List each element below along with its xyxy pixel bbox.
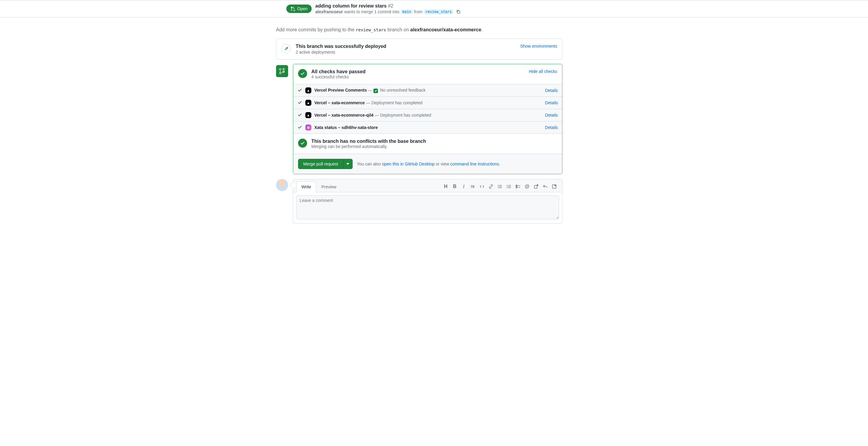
check-text: Vercel Preview Comments — No unresolved … (314, 88, 542, 93)
check-success-icon (298, 100, 302, 106)
checks-title: All checks have passed (311, 69, 366, 74)
check-item: ▲Vercel – xata-ecommerce-qil4 — Deployme… (293, 109, 562, 122)
merge-help-text: You can also open this in GitHub Desktop… (357, 162, 500, 166)
svg-rect-0 (458, 11, 460, 13)
check-text: Vercel – xata-ecommerce-qil4 — Deploymen… (314, 113, 542, 118)
svg-point-4 (498, 187, 498, 188)
details-link[interactable]: Details (545, 113, 558, 118)
user-avatar[interactable] (276, 179, 288, 191)
checks-header: All checks have passed 4 successful chec… (293, 64, 562, 84)
pr-author: alexfrancoeur (315, 9, 343, 14)
svg-rect-5 (499, 185, 502, 185)
merge-button-group: Merge pull request (298, 159, 352, 169)
caret-down-icon (346, 163, 349, 165)
check-item: ▲Vercel – xata-ecommerce — Deployment ha… (293, 97, 562, 109)
check-success-icon (298, 88, 302, 93)
reply-icon[interactable] (543, 184, 548, 189)
ol-icon[interactable]: 123 (507, 184, 512, 189)
mention-icon[interactable]: @ (525, 184, 530, 189)
pr-state-badge: Open (286, 4, 312, 13)
compare-branch[interactable]: review_stars (424, 9, 454, 14)
bold-icon[interactable]: B (453, 184, 457, 189)
svg-point-2 (498, 185, 498, 186)
push-help-text: Add more commits by pushing to the revie… (276, 27, 562, 33)
comment-box: Write Preview H B I 123 @ (293, 179, 562, 224)
svg-rect-12 (508, 186, 511, 187)
check-text: Vercel – xata-ecommerce — Deployment has… (314, 100, 542, 105)
conflicts-section: This branch has no conflicts with the ba… (293, 133, 562, 154)
deploy-sub: 2 active deployments (296, 50, 386, 55)
svg-rect-6 (499, 186, 502, 187)
comment-tabs: Write Preview H B I 123 @ (293, 179, 562, 192)
details-link[interactable]: Details (545, 100, 558, 105)
write-tab[interactable]: Write (296, 181, 316, 192)
italic-icon[interactable]: I (461, 184, 466, 189)
check-item: ✿Xata status – sdh6hv-xata-storeDetails (293, 122, 562, 133)
conflicts-sub: Merging can be performed automatically. (311, 144, 426, 149)
svg-rect-11 (508, 185, 511, 185)
svg-rect-7 (499, 187, 502, 188)
open-desktop-link[interactable]: open this in GitHub Desktop (382, 162, 435, 166)
check-success-icon (298, 125, 302, 130)
ul-icon[interactable] (498, 184, 502, 189)
vercel-icon: ▲ (305, 87, 311, 93)
checks-sub: 4 successful checks (311, 74, 366, 79)
cross-reference-icon[interactable] (534, 184, 538, 189)
cli-instructions-link[interactable]: command line instructions (450, 162, 499, 166)
base-branch[interactable]: main (401, 9, 413, 14)
heading-icon[interactable]: H (443, 184, 448, 189)
check-item: ▲Vercel Preview Comments — No unresolved… (293, 84, 562, 97)
pr-sticky-header: Open adding column for review stars #2 a… (0, 0, 868, 18)
git-pull-request-icon (290, 6, 296, 11)
state-label: Open (297, 6, 307, 11)
quote-icon[interactable] (470, 184, 475, 189)
markdown-toolbar: H B I 123 @ (443, 184, 559, 189)
details-link[interactable]: Details (545, 88, 558, 93)
merge-status-box: All checks have passed 4 successful chec… (293, 64, 562, 174)
hide-checks-link[interactable]: Hide all checks (529, 69, 557, 74)
details-link[interactable]: Details (545, 125, 558, 130)
svg-point-1 (287, 47, 287, 48)
svg-point-3 (498, 186, 498, 187)
deploy-title: This branch was successfully deployed (296, 44, 386, 49)
preview-tab[interactable]: Preview (316, 181, 341, 192)
comment-textarea[interactable] (296, 195, 559, 219)
pr-title: adding column for review stars #2 (315, 3, 461, 9)
pr-number: #2 (388, 3, 393, 8)
link-icon[interactable] (489, 184, 493, 189)
svg-rect-15 (516, 187, 517, 188)
check-badge-icon (298, 69, 307, 78)
check-success-icon (298, 113, 302, 118)
checks-list: ▲Vercel Preview Comments — No unresolved… (293, 84, 562, 133)
xata-icon: ✿ (305, 124, 311, 130)
deployment-box: This branch was successfully deployed 2 … (276, 39, 562, 60)
vercel-icon: ▲ (305, 112, 311, 118)
pr-branch-line: alexfrancoeur wants to merge 1 commit in… (315, 9, 461, 14)
code-icon[interactable] (479, 184, 484, 189)
merge-pull-request-button[interactable]: Merge pull request (298, 159, 343, 169)
vercel-icon: ▲ (305, 100, 311, 106)
tasklist-icon[interactable] (516, 184, 521, 189)
rocket-icon (281, 44, 291, 53)
check-badge-icon (298, 139, 307, 148)
merge-footer: Merge pull request You can also open thi… (293, 154, 562, 174)
merge-timeline-icon (276, 65, 288, 77)
svg-text:3: 3 (507, 187, 508, 189)
merge-options-dropdown[interactable] (343, 159, 352, 169)
copy-icon[interactable] (456, 9, 461, 14)
comment-row: Write Preview H B I 123 @ (276, 179, 562, 224)
resolved-check-icon (373, 89, 378, 93)
show-environments-link[interactable]: Show environments (520, 44, 557, 49)
conflicts-title: This branch has no conflicts with the ba… (311, 139, 426, 144)
saved-reply-icon[interactable] (552, 184, 557, 189)
check-text: Xata status – sdh6hv-xata-store (314, 125, 542, 130)
svg-rect-13 (508, 187, 511, 188)
